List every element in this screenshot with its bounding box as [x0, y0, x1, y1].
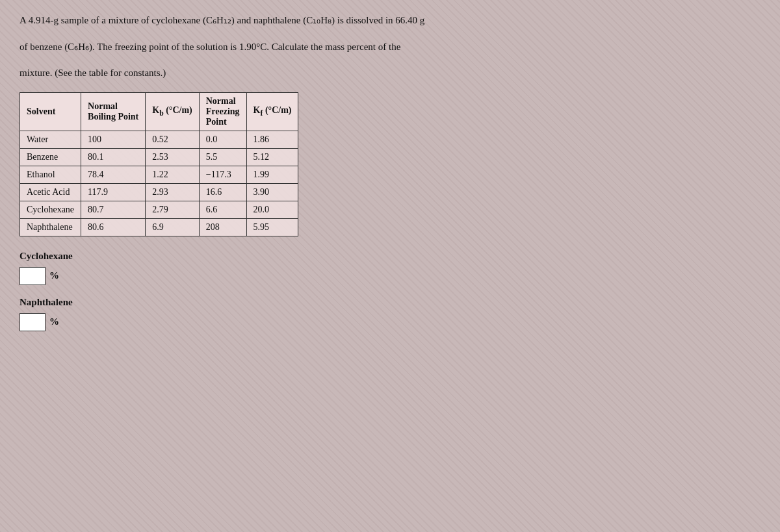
cyclohexane-answer-row: % [20, 267, 760, 285]
cell-kf: 20.0 [246, 201, 298, 218]
cell-kf: 5.12 [246, 148, 298, 166]
cell-bp: 80.1 [81, 148, 146, 166]
answer-section: Cyclohexane % Naphthalene % [20, 251, 760, 331]
table-row: Cyclohexane80.72.796.620.0 [20, 201, 298, 218]
cyclohexane-unit: % [49, 270, 59, 281]
cell-kb: 6.9 [146, 218, 199, 236]
problem-text-line1: A 4.914-g sample of a mixture of cyclohe… [20, 13, 507, 28]
cell-kb: 0.52 [146, 131, 199, 148]
naphthalene-unit: % [49, 316, 59, 327]
table-row: Benzene80.12.535.55.12 [20, 148, 298, 166]
col-header-kb: Kb (°C/m) [146, 92, 199, 131]
table-row: Ethanol78.41.22−117.31.99 [20, 166, 298, 183]
col-header-bp: NormalBoiling Point [81, 92, 146, 131]
cell-kb: 1.22 [146, 166, 199, 183]
problem-text-line3: mixture. (See the table for constants.) [20, 66, 507, 81]
cell-bp: 100 [81, 131, 146, 148]
constants-table: Solvent NormalBoiling Point Kb (°C/m) No… [20, 92, 298, 236]
cell-fp: −117.3 [199, 166, 246, 183]
cell-bp: 80.6 [81, 218, 146, 236]
cell-kb: 2.53 [146, 148, 199, 166]
cell-kf: 1.99 [246, 166, 298, 183]
col-header-fp: NormalFreezingPoint [199, 92, 246, 131]
cell-bp: 117.9 [81, 183, 146, 201]
cell-kf: 3.90 [246, 183, 298, 201]
cell-fp: 5.5 [199, 148, 246, 166]
cell-solvent: Acetic Acid [20, 183, 81, 201]
problem-statement: A 4.914-g sample of a mixture of cyclohe… [20, 13, 760, 81]
table-row: Acetic Acid117.92.9316.63.90 [20, 183, 298, 201]
cell-solvent: Cyclohexane [20, 201, 81, 218]
cell-fp: 0.0 [199, 131, 246, 148]
cell-bp: 80.7 [81, 201, 146, 218]
naphthalene-answer-row: % [20, 313, 760, 331]
cell-fp: 208 [199, 218, 246, 236]
cyclohexane-input[interactable] [20, 267, 46, 285]
cell-kb: 2.79 [146, 201, 199, 218]
table-row: Water1000.520.01.86 [20, 131, 298, 148]
cell-kf: 5.95 [246, 218, 298, 236]
cell-kf: 1.86 [246, 131, 298, 148]
cell-solvent: Water [20, 131, 81, 148]
cell-fp: 6.6 [199, 201, 246, 218]
cell-bp: 78.4 [81, 166, 146, 183]
cyclohexane-label: Cyclohexane [20, 251, 760, 262]
naphthalene-label: Naphthalene [20, 297, 760, 308]
cell-solvent: Naphthalene [20, 218, 81, 236]
cell-solvent: Ethanol [20, 166, 81, 183]
cell-solvent: Benzene [20, 148, 81, 166]
cell-fp: 16.6 [199, 183, 246, 201]
naphthalene-input[interactable] [20, 313, 46, 331]
table-row: Naphthalene80.66.92085.95 [20, 218, 298, 236]
col-header-solvent: Solvent [20, 92, 81, 131]
col-header-kf: Kf (°C/m) [246, 92, 298, 131]
problem-text-line2: of benzene (C₆H₆). The freezing point of… [20, 40, 507, 55]
cell-kb: 2.93 [146, 183, 199, 201]
